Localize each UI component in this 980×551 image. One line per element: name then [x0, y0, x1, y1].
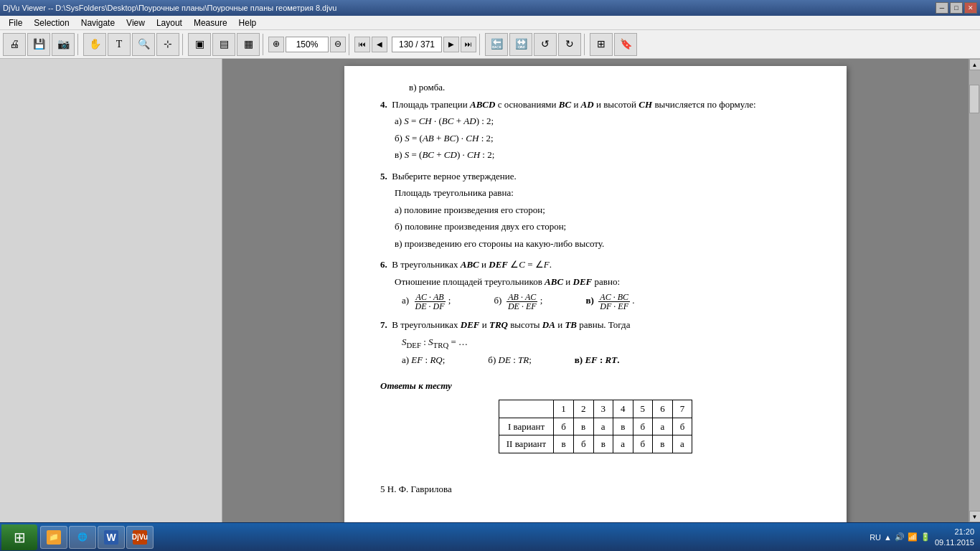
arrow-icon: ▲	[884, 533, 892, 542]
variant2-label: II вариант	[499, 435, 554, 453]
q5-title: 5. Выберите верное утверждение.	[380, 169, 811, 184]
question-5: 5. Выберите верное утверждение. Площадь …	[380, 169, 811, 251]
scan-button[interactable]: 📷	[52, 33, 75, 56]
page-input[interactable]: 130 / 371	[392, 37, 442, 52]
text-tool[interactable]: T	[108, 33, 131, 56]
start-button[interactable]: ⊞	[1, 524, 37, 550]
view-btn2[interactable]: ▤	[212, 33, 235, 56]
separator6	[584, 34, 587, 55]
menu-navigate[interactable]: Navigate	[75, 16, 121, 29]
separator3	[263, 34, 265, 55]
toolbar: 🖨 💾 📷 ✋ T 🔍 ⊹ ▣ ▤ ▦ ⊕ 150% ⊖ ⏮ ◀ 130 / 3…	[0, 30, 980, 59]
zoom-input[interactable]: 150%	[286, 37, 329, 52]
taskbar-item-explorer[interactable]: 📁	[40, 526, 67, 549]
table-row-variant2: II вариант в б в а б в а	[499, 435, 692, 453]
document-area[interactable]: в) ромба. 4. Площадь трапеции ABCD с осн…	[222, 59, 969, 522]
scroll-thumb[interactable]	[969, 85, 979, 113]
v1-5: б	[633, 418, 653, 435]
zoom-in-btn[interactable]: 🔍	[132, 33, 155, 56]
view-btn3[interactable]: ▦	[237, 33, 260, 56]
intro-text: в) ромба.	[380, 80, 811, 95]
taskbar-item-chrome[interactable]: 🌐	[69, 526, 96, 549]
menu-layout[interactable]: Layout	[151, 16, 188, 29]
v1-6: а	[653, 418, 673, 435]
answers-table: 1 2 3 4 5 6 7 I вариант	[499, 400, 693, 453]
answers-title: Ответы к тесту	[380, 379, 811, 393]
scroll-track[interactable]	[969, 70, 980, 511]
menu-measure[interactable]: Measure	[188, 16, 233, 29]
q4-answer-b: б) S = (AB + BC) · CH : 2;	[395, 131, 811, 146]
v1-2: в	[573, 418, 593, 435]
print-button[interactable]: 🖨	[3, 33, 26, 56]
last-page-btn[interactable]: ⏭	[461, 37, 476, 52]
v2-5: б	[633, 435, 653, 453]
network-icon: 📶	[908, 532, 918, 542]
prev-page-btn[interactable]: ◀	[372, 37, 387, 52]
hand-tool[interactable]: ✋	[83, 33, 106, 56]
q7-answer-b: б) DE : TR;	[488, 353, 531, 367]
back-btn[interactable]: 🔙	[485, 33, 508, 56]
v2-4: а	[613, 435, 633, 453]
page-area: 130 / 371	[392, 37, 442, 52]
v2-2: б	[573, 435, 593, 453]
footer-section: 5 Н. Ф. Гаврилова	[380, 482, 811, 496]
menu-help[interactable]: Help	[233, 16, 263, 29]
window-controls: ─ □ ✕	[936, 2, 977, 14]
question-7: 7. В треугольниках DEF и TRQ высоты DA и…	[380, 318, 811, 367]
layout-btn[interactable]: ⊞	[590, 33, 613, 56]
zoom-area: ⊕ 150% ⊖	[268, 37, 346, 52]
view-btn1[interactable]: ▣	[188, 33, 211, 56]
bookmark-btn[interactable]: 🔖	[614, 33, 637, 56]
scroll-up-btn[interactable]: ▲	[969, 59, 981, 70]
q7-title: 7. В треугольниках DEF и TRQ высоты DA и…	[380, 318, 811, 332]
fwd-btn[interactable]: 🔛	[509, 33, 532, 56]
save-button[interactable]: 💾	[27, 33, 50, 56]
table-header-2: 2	[573, 400, 593, 418]
system-tray: RU ▲ 🔊 📶 🔋	[870, 532, 930, 542]
select-tool[interactable]: ⊹	[156, 33, 179, 56]
q6-answer-a: а) AC · AB DE · DF ;	[402, 293, 451, 311]
v1-3: а	[593, 418, 613, 435]
chrome-icon: 🌐	[75, 530, 90, 545]
menu-file[interactable]: File	[3, 16, 28, 29]
close-button[interactable]: ✕	[964, 2, 977, 14]
v1-7: б	[672, 418, 692, 435]
q4-title: 4. Площадь трапеции ABCD с основаниями B…	[380, 98, 811, 112]
separator1	[77, 34, 80, 55]
titlebar: DjVu Viewer -- D:\SysFolders\Desktop\Поу…	[0, 0, 980, 16]
taskbar-item-djvu[interactable]: DjVu	[126, 526, 154, 549]
q5-sub: Площадь треугольника равна:	[380, 186, 811, 200]
v2-1: в	[554, 435, 574, 453]
scroll-down-btn[interactable]: ▼	[969, 511, 981, 522]
rotate-btn[interactable]: ↺	[534, 33, 557, 56]
q7-answer-v: в) EF : RT.	[575, 353, 620, 367]
left-panel	[0, 59, 222, 522]
taskbar-right: RU ▲ 🔊 📶 🔋 21:20 09.11.2015	[864, 527, 980, 547]
v2-3: в	[593, 435, 613, 453]
explorer-icon: 📁	[47, 530, 61, 545]
q7-answer-a: а) EF : RQ;	[402, 353, 445, 367]
next-page-btn[interactable]: ▶	[443, 37, 459, 52]
lang-indicator: RU	[870, 533, 881, 542]
time-display: 21:20	[935, 527, 974, 537]
table-header-4: 4	[613, 400, 633, 418]
q6-sub: Отношение площадей треугольников ABC и D…	[380, 275, 811, 289]
table-header-5: 5	[633, 400, 653, 418]
zoom-circle-btn[interactable]: ⊕	[268, 37, 284, 52]
answers-section: Ответы к тесту 1 2 3 4 5 6 7	[380, 379, 811, 453]
taskbar-item-word[interactable]: W	[98, 526, 125, 549]
minimize-button[interactable]: ─	[936, 2, 948, 14]
zoom-down-btn[interactable]: ⊖	[330, 37, 346, 52]
menu-view[interactable]: View	[121, 16, 151, 29]
menu-selection[interactable]: Selection	[28, 16, 75, 29]
q5-answer-v: в) произведению его стороны на какую-либ…	[395, 237, 811, 251]
maximize-button[interactable]: □	[950, 2, 963, 14]
table-header-3: 3	[593, 400, 613, 418]
word-icon: W	[104, 530, 118, 545]
first-page-btn[interactable]: ⏮	[354, 37, 370, 52]
table-header-empty	[499, 400, 554, 418]
speaker-icon: 🔊	[895, 532, 905, 542]
refresh-btn[interactable]: ↻	[558, 33, 581, 56]
right-scrollbar[interactable]: ▲ ▼	[969, 59, 980, 522]
separator2	[182, 34, 185, 55]
